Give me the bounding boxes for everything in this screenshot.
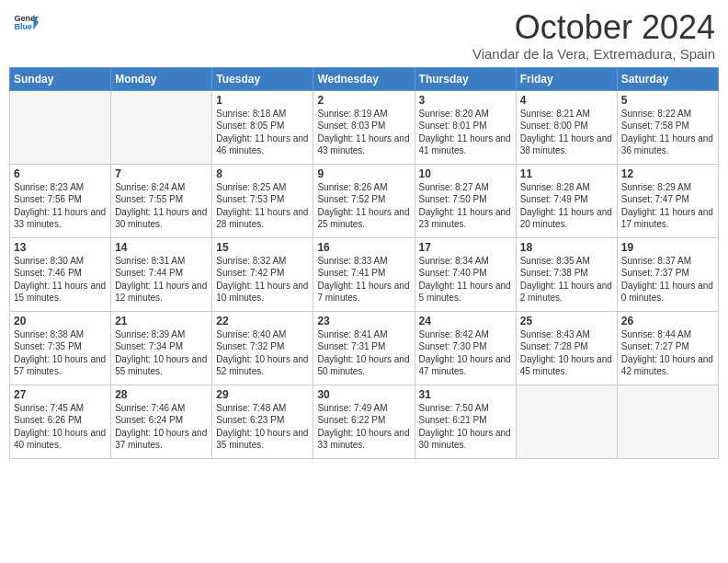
day-number: 2 bbox=[317, 94, 410, 107]
calendar-cell bbox=[10, 90, 111, 164]
day-number: 23 bbox=[317, 315, 410, 327]
logo: General Blue bbox=[13, 9, 39, 35]
weekday-header-saturday: Saturday bbox=[617, 67, 718, 90]
day-number: 16 bbox=[317, 241, 410, 254]
calendar-week-row: 1Sunrise: 8:18 AMSunset: 8:05 PMDaylight… bbox=[10, 90, 719, 164]
day-number: 30 bbox=[317, 388, 410, 401]
day-number: 20 bbox=[14, 315, 107, 327]
day-info: Sunrise: 8:27 AMSunset: 7:50 PMDaylight:… bbox=[419, 181, 512, 231]
calendar-cell: 5Sunrise: 8:22 AMSunset: 7:58 PMDaylight… bbox=[617, 90, 718, 164]
day-info: Sunrise: 8:25 AMSunset: 7:53 PMDaylight:… bbox=[216, 181, 309, 231]
calendar-cell: 18Sunrise: 8:35 AMSunset: 7:38 PMDayligh… bbox=[516, 237, 617, 311]
calendar-cell: 20Sunrise: 8:38 AMSunset: 7:35 PMDayligh… bbox=[10, 311, 111, 385]
day-number: 22 bbox=[216, 315, 309, 327]
day-info: Sunrise: 8:41 AMSunset: 7:31 PMDaylight:… bbox=[317, 328, 410, 378]
calendar-cell: 4Sunrise: 8:21 AMSunset: 8:00 PMDaylight… bbox=[516, 90, 617, 164]
day-info: Sunrise: 8:38 AMSunset: 7:35 PMDaylight:… bbox=[14, 328, 107, 378]
day-info: Sunrise: 8:37 AMSunset: 7:37 PMDaylight:… bbox=[621, 255, 714, 304]
calendar-cell: 28Sunrise: 7:46 AMSunset: 6:24 PMDayligh… bbox=[111, 385, 212, 458]
day-number: 28 bbox=[115, 388, 208, 401]
day-info: Sunrise: 8:28 AMSunset: 7:49 PMDaylight:… bbox=[520, 181, 613, 231]
day-number: 12 bbox=[621, 167, 714, 180]
calendar-cell: 14Sunrise: 8:31 AMSunset: 7:44 PMDayligh… bbox=[111, 237, 212, 311]
weekday-header-thursday: Thursday bbox=[415, 67, 516, 90]
calendar-week-row: 6Sunrise: 8:23 AMSunset: 7:56 PMDaylight… bbox=[10, 164, 719, 237]
day-info: Sunrise: 8:34 AMSunset: 7:40 PMDaylight:… bbox=[419, 255, 512, 304]
logo-icon: General Blue bbox=[13, 9, 39, 35]
day-info: Sunrise: 8:30 AMSunset: 7:46 PMDaylight:… bbox=[14, 255, 107, 304]
calendar-header-row: SundayMondayTuesdayWednesdayThursdayFrid… bbox=[10, 67, 719, 90]
calendar-cell: 3Sunrise: 8:20 AMSunset: 8:01 PMDaylight… bbox=[415, 90, 516, 164]
calendar-cell: 23Sunrise: 8:41 AMSunset: 7:31 PMDayligh… bbox=[313, 311, 415, 385]
calendar-cell: 31Sunrise: 7:50 AMSunset: 6:21 PMDayligh… bbox=[415, 385, 516, 458]
calendar-cell bbox=[111, 90, 212, 164]
day-number: 26 bbox=[621, 315, 714, 327]
calendar-cell bbox=[516, 385, 617, 458]
calendar-week-row: 13Sunrise: 8:30 AMSunset: 7:46 PMDayligh… bbox=[10, 237, 719, 311]
day-info: Sunrise: 8:20 AMSunset: 8:01 PMDaylight:… bbox=[419, 108, 512, 157]
calendar-subtitle: Viandar de la Vera, Extremadura, Spain bbox=[472, 46, 715, 62]
calendar-cell: 7Sunrise: 8:24 AMSunset: 7:55 PMDaylight… bbox=[111, 164, 212, 237]
calendar-cell: 15Sunrise: 8:32 AMSunset: 7:42 PMDayligh… bbox=[212, 237, 313, 311]
calendar-cell: 12Sunrise: 8:29 AMSunset: 7:47 PMDayligh… bbox=[617, 164, 718, 237]
weekday-header-sunday: Sunday bbox=[10, 67, 111, 90]
day-info: Sunrise: 8:33 AMSunset: 7:41 PMDaylight:… bbox=[317, 255, 410, 304]
calendar-cell: 8Sunrise: 8:25 AMSunset: 7:53 PMDaylight… bbox=[212, 164, 313, 237]
day-info: Sunrise: 7:46 AMSunset: 6:24 PMDaylight:… bbox=[115, 402, 208, 452]
day-number: 11 bbox=[520, 167, 613, 180]
calendar-cell: 25Sunrise: 8:43 AMSunset: 7:28 PMDayligh… bbox=[516, 311, 617, 385]
day-number: 14 bbox=[115, 241, 208, 254]
day-info: Sunrise: 7:49 AMSunset: 6:22 PMDaylight:… bbox=[317, 402, 410, 452]
day-info: Sunrise: 8:29 AMSunset: 7:47 PMDaylight:… bbox=[621, 181, 714, 231]
day-info: Sunrise: 8:24 AMSunset: 7:55 PMDaylight:… bbox=[115, 181, 208, 231]
day-number: 18 bbox=[520, 241, 613, 254]
day-number: 24 bbox=[419, 315, 512, 327]
day-info: Sunrise: 8:22 AMSunset: 7:58 PMDaylight:… bbox=[621, 108, 714, 157]
page-header: General Blue October 2024 Viandar de la … bbox=[9, 9, 719, 62]
day-number: 6 bbox=[14, 167, 107, 180]
day-info: Sunrise: 8:21 AMSunset: 8:00 PMDaylight:… bbox=[520, 108, 613, 157]
day-info: Sunrise: 8:23 AMSunset: 7:56 PMDaylight:… bbox=[14, 181, 107, 231]
calendar-cell: 27Sunrise: 7:45 AMSunset: 6:26 PMDayligh… bbox=[10, 385, 111, 458]
calendar-table: SundayMondayTuesdayWednesdayThursdayFrid… bbox=[9, 67, 719, 459]
calendar-cell: 26Sunrise: 8:44 AMSunset: 7:27 PMDayligh… bbox=[617, 311, 718, 385]
day-number: 5 bbox=[621, 94, 714, 107]
calendar-cell: 29Sunrise: 7:48 AMSunset: 6:23 PMDayligh… bbox=[212, 385, 313, 458]
calendar-cell bbox=[617, 385, 718, 458]
calendar-cell: 11Sunrise: 8:28 AMSunset: 7:49 PMDayligh… bbox=[516, 164, 617, 237]
day-number: 15 bbox=[216, 241, 309, 254]
day-info: Sunrise: 8:31 AMSunset: 7:44 PMDaylight:… bbox=[115, 255, 208, 304]
day-info: Sunrise: 8:43 AMSunset: 7:28 PMDaylight:… bbox=[520, 328, 613, 378]
weekday-header-friday: Friday bbox=[516, 67, 617, 90]
calendar-week-row: 20Sunrise: 8:38 AMSunset: 7:35 PMDayligh… bbox=[10, 311, 719, 385]
calendar-cell: 2Sunrise: 8:19 AMSunset: 8:03 PMDaylight… bbox=[313, 90, 415, 164]
calendar-cell: 16Sunrise: 8:33 AMSunset: 7:41 PMDayligh… bbox=[313, 237, 415, 311]
day-info: Sunrise: 8:18 AMSunset: 8:05 PMDaylight:… bbox=[216, 108, 309, 157]
day-number: 13 bbox=[14, 241, 107, 254]
day-number: 27 bbox=[14, 388, 107, 401]
calendar-cell: 30Sunrise: 7:49 AMSunset: 6:22 PMDayligh… bbox=[313, 385, 415, 458]
day-number: 1 bbox=[216, 94, 309, 107]
day-info: Sunrise: 8:40 AMSunset: 7:32 PMDaylight:… bbox=[216, 328, 309, 378]
day-number: 21 bbox=[115, 315, 208, 327]
day-number: 19 bbox=[621, 241, 714, 254]
calendar-week-row: 27Sunrise: 7:45 AMSunset: 6:26 PMDayligh… bbox=[10, 385, 719, 458]
day-number: 7 bbox=[115, 167, 208, 180]
calendar-cell: 9Sunrise: 8:26 AMSunset: 7:52 PMDaylight… bbox=[313, 164, 415, 237]
day-info: Sunrise: 8:19 AMSunset: 8:03 PMDaylight:… bbox=[317, 108, 410, 157]
day-number: 31 bbox=[419, 388, 512, 401]
calendar-cell: 13Sunrise: 8:30 AMSunset: 7:46 PMDayligh… bbox=[10, 237, 111, 311]
svg-text:Blue: Blue bbox=[14, 22, 32, 31]
day-info: Sunrise: 7:50 AMSunset: 6:21 PMDaylight:… bbox=[419, 402, 512, 452]
day-info: Sunrise: 8:32 AMSunset: 7:42 PMDaylight:… bbox=[216, 255, 309, 304]
day-number: 8 bbox=[216, 167, 309, 180]
weekday-header-wednesday: Wednesday bbox=[313, 67, 415, 90]
day-number: 4 bbox=[520, 94, 613, 107]
calendar-title: October 2024 bbox=[472, 9, 715, 46]
calendar-cell: 21Sunrise: 8:39 AMSunset: 7:34 PMDayligh… bbox=[111, 311, 212, 385]
calendar-cell: 19Sunrise: 8:37 AMSunset: 7:37 PMDayligh… bbox=[617, 237, 718, 311]
day-number: 9 bbox=[317, 167, 410, 180]
calendar-cell: 22Sunrise: 8:40 AMSunset: 7:32 PMDayligh… bbox=[212, 311, 313, 385]
day-info: Sunrise: 8:42 AMSunset: 7:30 PMDaylight:… bbox=[419, 328, 512, 378]
calendar-cell: 6Sunrise: 8:23 AMSunset: 7:56 PMDaylight… bbox=[10, 164, 111, 237]
